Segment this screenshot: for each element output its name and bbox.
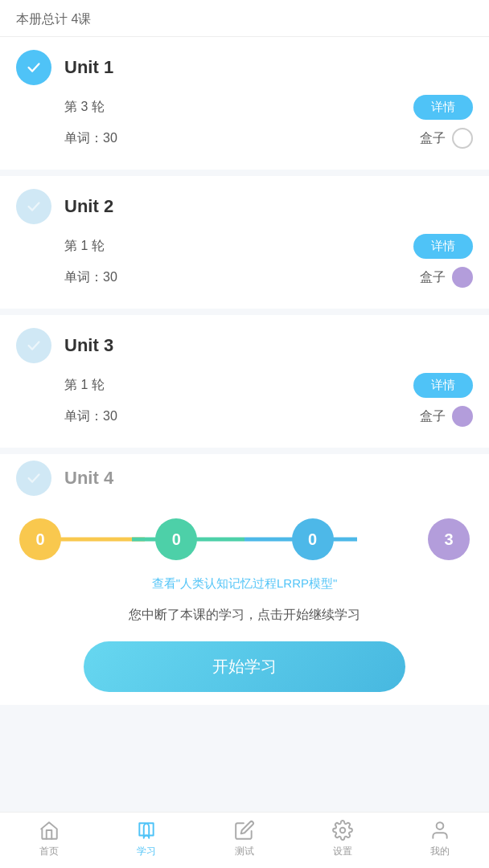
nav-label-study: 学习 [137,845,156,858]
unit3-details: 第 1 轮 详情 单词：30 盒子 [64,373,473,427]
bottom-nav: 首页 学习 测试 设置 [0,812,489,868]
unit2-words-row: 单词：30 盒子 [64,267,473,288]
unit2-header: Unit 2 [16,189,473,224]
unit3-icon [16,328,51,363]
progress-message: 您中断了本课的学习，点击开始继续学习 [19,604,470,625]
header-title: 本册总计 4课 [16,12,91,26]
unit1-title: Unit 1 [64,57,113,78]
nav-item-home[interactable]: 首页 [0,819,98,858]
unit2-title: Unit 2 [64,196,113,217]
nav-label-test: 测试 [235,845,254,858]
unit-card-4-partial: Unit 4 [0,454,489,502]
lrrp-link[interactable]: 查看"人类认知记忆过程LRRP模型" [19,576,470,592]
unit3-box-circle[interactable] [452,406,473,427]
unit1-box-area: 盒子 [420,128,473,149]
unit3-words: 单词：30 [64,408,117,425]
unit2-box-label: 盒子 [420,269,446,286]
unit3-round-row: 第 1 轮 详情 [64,373,473,398]
home-icon [38,819,60,841]
unit1-box-label: 盒子 [420,130,446,147]
unit2-box-circle[interactable] [452,267,473,288]
unit3-box-area: 盒子 [420,406,473,427]
unit3-words-row: 单词：30 盒子 [64,406,473,427]
nav-item-study[interactable]: 学习 [98,819,196,858]
progress-node-3: 3 [428,518,470,560]
unit3-box-label: 盒子 [420,408,446,425]
progress-node-0: 0 [19,518,61,560]
unit-card-3: Unit 3 第 1 轮 详情 单词：30 盒子 [0,315,489,448]
unit2-details: 第 1 轮 详情 单词：30 盒子 [64,234,473,288]
unit3-header: Unit 3 [16,328,473,363]
nav-item-settings[interactable]: 设置 [294,819,392,858]
svg-point-0 [339,828,345,833]
unit-card-2: Unit 2 第 1 轮 详情 单词：30 盒子 [0,176,489,309]
unit-card-1: Unit 1 第 3 轮 详情 单词：30 盒子 [0,37,489,170]
unit1-box-circle[interactable] [452,128,473,149]
page-header: 本册总计 4课 [0,0,489,37]
gear-icon [331,819,354,841]
unit1-words: 单词：30 [64,130,117,147]
main-content: Unit 1 第 3 轮 详情 单词：30 盒子 Unit [0,37,489,812]
book-icon [135,819,158,841]
progress-track: 0 0 0 3 [19,518,470,560]
unit1-round: 第 3 轮 [64,99,105,116]
nav-item-test[interactable]: 测试 [195,819,294,858]
unit1-round-row: 第 3 轮 详情 [64,95,473,120]
unit2-round-row: 第 1 轮 详情 [64,234,473,259]
unit1-words-row: 单词：30 盒子 [64,128,473,149]
person-icon [429,819,451,841]
unit4-icon-partial [16,461,51,496]
progress-node-2: 0 [292,518,334,560]
unit1-details: 第 3 轮 详情 单词：30 盒子 [64,95,473,149]
nav-label-settings: 设置 [333,845,352,858]
unit1-header: Unit 1 [16,50,473,85]
progress-section: 0 0 0 3 查看"人类认知记忆过程LRRP模型" 您中断了本课的学习，点击开… [0,502,489,705]
progress-node-1: 0 [155,518,197,560]
unit3-title: Unit 3 [64,335,113,356]
unit2-icon [16,189,51,224]
start-button[interactable]: 开始学习 [84,641,405,692]
unit1-detail-button[interactable]: 详情 [413,95,473,120]
unit2-box-area: 盒子 [420,267,473,288]
unit2-detail-button[interactable]: 详情 [413,234,473,259]
unit2-round: 第 1 轮 [64,238,105,255]
nav-label-home: 首页 [39,845,59,858]
svg-point-1 [437,822,444,829]
nav-label-profile: 我的 [430,845,450,858]
unit3-round: 第 1 轮 [64,377,105,394]
unit2-words: 单词：30 [64,269,117,286]
nav-item-profile[interactable]: 我的 [391,819,489,858]
unit1-icon [16,50,51,85]
unit3-detail-button[interactable]: 详情 [413,373,473,398]
edit-icon [233,819,256,841]
unit4-title-partial: Unit 4 [64,468,113,489]
